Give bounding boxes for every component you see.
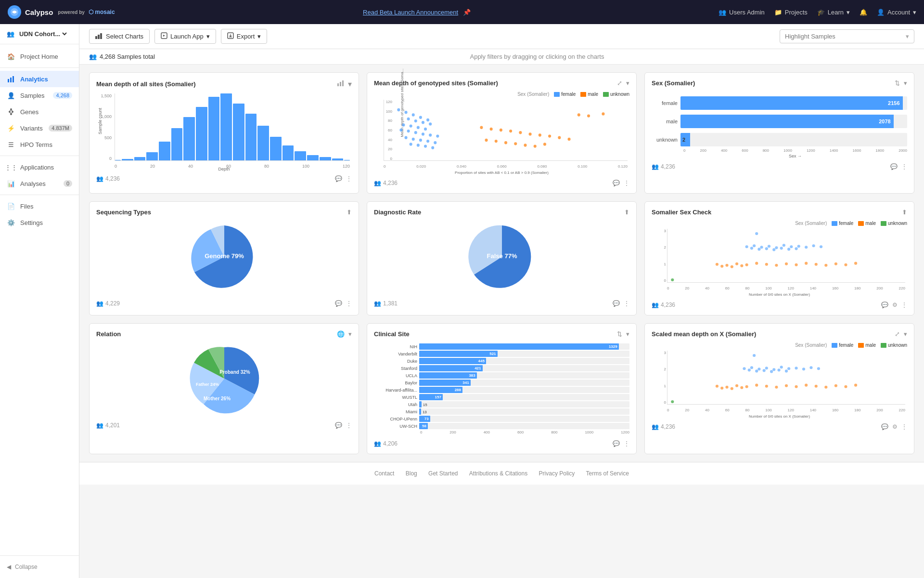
highlight-samples-input[interactable]	[785, 33, 906, 40]
more-icon-8[interactable]: ⋮	[624, 440, 629, 447]
launch-app-button[interactable]: Launch App ▾	[154, 29, 216, 44]
footer-privacy[interactable]: Privacy Policy	[539, 470, 575, 477]
clinical-bar-row: WUSTL 157	[374, 394, 629, 400]
app-logo[interactable]: Calypso powered by ⬡ mosaic	[8, 5, 115, 19]
sidebar-item-analyses[interactable]: 📊 Analyses 0	[0, 175, 79, 192]
svg-point-135	[775, 386, 778, 389]
notifications-button[interactable]: 🔔	[860, 9, 867, 16]
more-icon-5[interactable]: ⋮	[624, 300, 629, 307]
clinical-bar-fill: 1329	[419, 343, 619, 350]
footer-terms[interactable]: Terms of Service	[586, 470, 629, 477]
chart-type-icon[interactable]	[337, 80, 344, 88]
bell-icon: 🔔	[860, 9, 867, 16]
project-selector[interactable]: 👥 UDN Cohort...	[0, 24, 79, 44]
pin-icon: 📌	[463, 9, 471, 16]
svg-point-96	[785, 263, 788, 265]
clinical-bar-label: WUSTL	[374, 395, 417, 400]
scaled-svg	[667, 351, 905, 404]
chart-actions-diag: ⬆	[624, 209, 629, 216]
sidebar-item-analytics[interactable]: Analytics	[0, 71, 79, 87]
chart-footer-count-sex-check: 👥 4,236	[652, 302, 675, 308]
footer-people-icon-3: 👥	[652, 163, 659, 170]
more-icon-7[interactable]: ⋮	[346, 422, 352, 429]
svg-point-50	[500, 129, 502, 131]
comment-icon-2[interactable]: 💬	[613, 180, 620, 186]
sort-icon[interactable]: ⇅	[895, 79, 900, 87]
more-icon[interactable]: ⋮	[346, 175, 352, 182]
chart-footer-scaled: 👥 4,236 💬 ⚙ ⋮	[652, 423, 907, 430]
highlight-samples-container: ▾	[780, 29, 914, 43]
legend-unknown-3: unknown	[881, 342, 907, 348]
chart-menu-icon-7[interactable]: ▾	[348, 330, 352, 338]
sidebar-item-applications[interactable]: ⋮⋮ Applications	[0, 159, 79, 175]
globe-icon[interactable]: 🌐	[337, 330, 345, 338]
footer-contact[interactable]: Contact	[374, 470, 394, 477]
more-icon-4[interactable]: ⋮	[346, 300, 352, 307]
comment-icon-7[interactable]: 💬	[335, 422, 342, 429]
sidebar-item-project-home[interactable]: 🏠 Project Home	[0, 48, 79, 65]
footer-get-started[interactable]: Get Started	[428, 470, 458, 477]
chart-menu-icon-3[interactable]: ▾	[904, 79, 907, 87]
chart-actions-sex-check: ⬆	[902, 209, 907, 216]
svg-rect-17	[337, 83, 339, 86]
upload-icon[interactable]: ⬆	[346, 209, 352, 216]
comment-icon-3[interactable]: 💬	[890, 163, 898, 170]
comment-icon-8[interactable]: 💬	[613, 440, 620, 447]
chart-menu-icon-8[interactable]: ▾	[626, 330, 629, 338]
comment-icon-4[interactable]: 💬	[335, 300, 342, 307]
svg-point-90	[725, 264, 728, 267]
upload-icon-3[interactable]: ⬆	[902, 209, 907, 216]
svg-point-141	[834, 384, 837, 387]
chart-title-diag: Diagnostic Rate	[374, 209, 421, 216]
account-button[interactable]: 👤 Account ▾	[877, 9, 916, 16]
project-dropdown[interactable]: UDN Cohort...	[17, 30, 68, 38]
projects-button[interactable]: 📁 Projects	[774, 9, 808, 16]
chevron-left-icon: ◀	[7, 564, 11, 570]
export-button[interactable]: Export ▾	[221, 29, 268, 44]
svg-point-123	[755, 369, 758, 372]
chart-menu-icon-9[interactable]: ▾	[904, 330, 907, 338]
sidebar-item-samples[interactable]: 👤 Samples 4,268	[0, 87, 79, 104]
sidebar-item-genes[interactable]: Genes	[0, 104, 79, 120]
expand-icon-2[interactable]: ⤢	[895, 330, 900, 338]
diagnostic-pie-svg: False 77%	[463, 221, 540, 295]
footer-blog[interactable]: Blog	[406, 470, 417, 477]
comment-icon-9[interactable]: 💬	[881, 423, 888, 430]
filter-icon-2[interactable]: ⚙	[892, 423, 898, 430]
sort-icon-2[interactable]: ⇅	[617, 330, 622, 338]
svg-point-65	[578, 113, 580, 116]
sidebar-item-files[interactable]: 📄 Files	[0, 198, 79, 214]
learn-label: Learn	[828, 9, 844, 16]
comment-icon[interactable]: 💬	[335, 175, 342, 182]
svg-point-20	[397, 108, 400, 111]
expand-icon[interactable]: ⤢	[617, 79, 622, 87]
svg-point-95	[775, 264, 778, 267]
select-charts-button[interactable]: Select Charts	[89, 29, 150, 44]
clinical-bar-label: Utah	[374, 402, 417, 407]
chart-menu-icon[interactable]: ▾	[348, 79, 352, 89]
more-icon-9[interactable]: ⋮	[901, 423, 907, 430]
svg-point-22	[412, 113, 415, 116]
learn-button[interactable]: 🎓 Learn ▾	[817, 9, 850, 16]
svg-point-73	[768, 245, 770, 248]
svg-point-41	[419, 139, 422, 142]
chart-footer-relation: 👥 4,201 💬 ⋮	[96, 422, 352, 429]
comment-icon-6[interactable]: 💬	[881, 302, 888, 308]
svg-point-51	[509, 130, 512, 132]
more-icon-3[interactable]: ⋮	[901, 163, 907, 170]
sidebar-item-variants[interactable]: ⚡ Variants 4.837M	[0, 120, 79, 136]
sidebar-item-hpo[interactable]: ☰ HPO Terms	[0, 136, 79, 153]
filter-icon[interactable]: ⚙	[892, 302, 898, 308]
svg-point-6	[12, 111, 13, 113]
more-icon-6[interactable]: ⋮	[901, 302, 907, 308]
comment-icon-5[interactable]: 💬	[613, 300, 620, 307]
more-icon-2[interactable]: ⋮	[624, 180, 629, 186]
upload-icon-2[interactable]: ⬆	[624, 209, 629, 216]
collapse-button[interactable]: ◀ Collapse	[0, 560, 79, 574]
announcement-link[interactable]: Read Beta Launch Announcement	[363, 9, 458, 16]
users-admin-button[interactable]: 👥 Users Admin	[719, 9, 765, 16]
highlight-chevron-icon: ▾	[906, 33, 909, 40]
sidebar-item-settings[interactable]: ⚙️ Settings	[0, 214, 79, 231]
chart-menu-icon-2[interactable]: ▾	[626, 79, 629, 87]
footer-attributions[interactable]: Attributions & Citations	[469, 470, 527, 477]
